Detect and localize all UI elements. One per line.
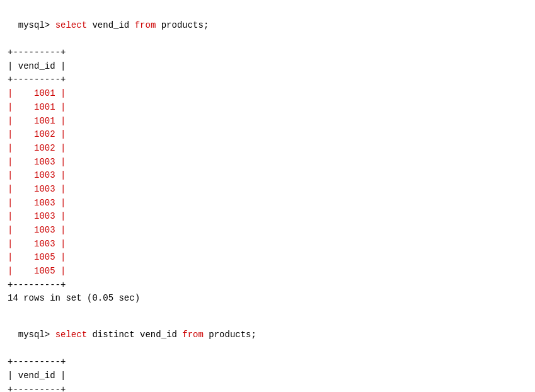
q1-row-13: | 1005 | xyxy=(8,252,66,262)
query2-from: from xyxy=(182,330,204,340)
query1-col: vend_id xyxy=(87,20,135,30)
q1-row-6: | 1003 | xyxy=(8,157,66,167)
query2-select: select xyxy=(55,330,87,340)
query1-prompt: mysql> xyxy=(18,20,55,30)
q1-row-3: | 1001 | xyxy=(8,116,66,126)
q1-row-7: | 1003 | xyxy=(8,170,66,180)
q1-border-bottom: +---------+ xyxy=(8,280,66,290)
q2-border-top: +---------+ xyxy=(8,357,66,367)
query1-result: +---------+ | vend_id | +---------+ | 10… xyxy=(8,32,527,306)
query1-table: products; xyxy=(156,20,209,30)
q1-header: | vend_id | xyxy=(8,61,66,71)
query2-table: products; xyxy=(204,330,256,340)
query2-prompt: mysql> xyxy=(18,330,55,340)
q1-row-5: | 1002 | xyxy=(8,143,66,153)
q1-row-4: | 1002 | xyxy=(8,129,66,139)
q2-header: | vend_id | xyxy=(8,371,66,381)
query1-from: from xyxy=(135,20,156,30)
q1-row-11: | 1003 | xyxy=(8,225,66,235)
q1-row-2: | 1001 | xyxy=(8,102,66,112)
query2-distinct: distinct vend_id xyxy=(87,330,182,340)
q1-row-1: | 1001 | xyxy=(8,88,66,98)
q1-result-summary: 14 rows in set (0.05 sec) xyxy=(8,293,140,303)
q1-row-9: | 1003 | xyxy=(8,198,66,208)
q1-row-12: | 1003 | xyxy=(8,239,66,249)
q1-border-mid: +---------+ xyxy=(8,74,66,84)
q1-border-top: +---------+ xyxy=(8,47,66,57)
query2-result: +---------+ | vend_id | +---------+ | 10… xyxy=(8,342,527,393)
query2-command: mysql> select distinct vend_id from prod… xyxy=(8,314,527,342)
query1-select: select xyxy=(55,20,87,30)
q1-row-14: | 1005 | xyxy=(8,266,66,276)
terminal-output: mysql> select vend_id from products; xyxy=(8,5,527,32)
q1-row-10: | 1003 | xyxy=(8,211,66,221)
q1-row-8: | 1003 | xyxy=(8,184,66,194)
q2-border-mid: +---------+ xyxy=(8,384,66,392)
